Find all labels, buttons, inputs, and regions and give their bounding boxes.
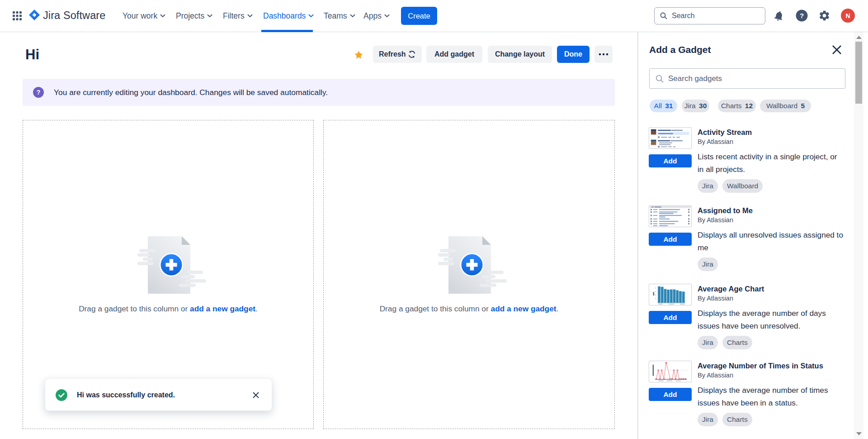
svg-text:?: ? [800,12,804,19]
